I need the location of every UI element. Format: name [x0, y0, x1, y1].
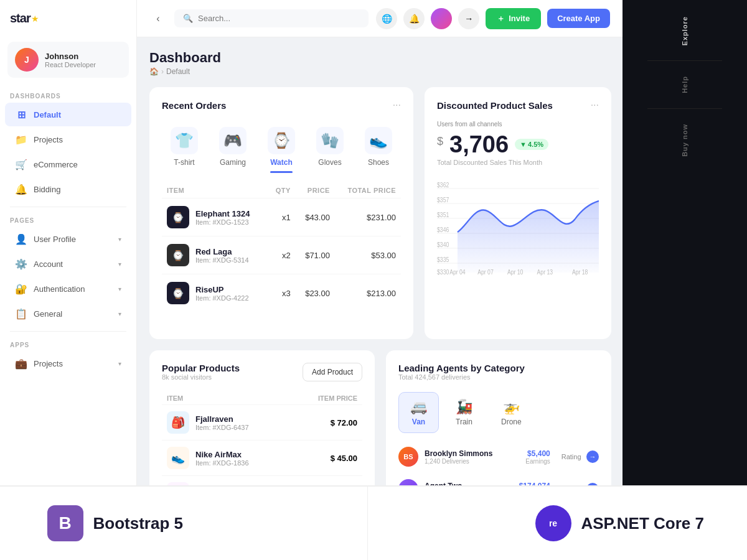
- recent-orders-menu-icon[interactable]: ···: [393, 100, 401, 111]
- user-info: Johnson React Developer: [45, 52, 96, 68]
- svg-text:Apr 13: Apr 13: [537, 269, 553, 276]
- add-product-button[interactable]: Add Product: [303, 363, 362, 381]
- sidebar-item-ecommerce[interactable]: 🛒 eCommerce: [5, 152, 131, 176]
- tab-watch[interactable]: ⌚ Watch: [259, 121, 304, 173]
- svg-text:Apr 04: Apr 04: [449, 269, 465, 276]
- bell-icon: 🔔: [15, 183, 27, 195]
- sidebar: star★ J Johnson React Developer DASHBOAR…: [0, 0, 137, 560]
- pages-section-label: PAGES: [0, 212, 136, 226]
- settings-icon: ⚙️: [15, 258, 27, 270]
- logo-text: star: [10, 11, 31, 26]
- promo-overlay: B Bootstrap 5 re ASP.NET Core 7: [0, 485, 747, 560]
- sales-menu-icon[interactable]: ···: [591, 100, 599, 111]
- watch-icon: ⌚: [268, 127, 295, 154]
- avatar: J: [15, 48, 39, 72]
- panel-nav-buy[interactable]: Buy now: [676, 114, 693, 167]
- col-total: TOTAL PRICE: [335, 183, 401, 198]
- tab-gloves[interactable]: 🧤 Gloves: [308, 121, 352, 173]
- tab-drone[interactable]: 🚁 Drone: [489, 392, 533, 433]
- item-cell-2: ⌚ Red Laga Item: #XDG-5314: [167, 244, 262, 266]
- bootstrap-icon: B: [47, 505, 83, 541]
- item-price-1: $43.00: [296, 198, 335, 236]
- sidebar-item-label-general: General: [34, 309, 112, 319]
- van-label: Van: [412, 418, 425, 426]
- svg-text:$346: $346: [437, 226, 449, 233]
- pop-item-img-2: 👟: [167, 447, 189, 469]
- globe-icon-button[interactable]: 🌐: [376, 8, 397, 29]
- sales-badge: ▼ 4.5%: [515, 139, 548, 150]
- sidebar-item-label-user-profile: User Profile: [34, 235, 112, 244]
- sidebar-item-account[interactable]: ⚙️ Account ▾: [5, 252, 131, 276]
- sidebar-item-label-apps-projects: Projects: [34, 359, 112, 368]
- col-qty: QTY: [267, 183, 295, 198]
- list-icon: 📋: [15, 307, 27, 320]
- folder-icon: 📁: [15, 133, 27, 146]
- item-qty-2: x2: [267, 236, 295, 274]
- item-total-1: $231.00: [335, 198, 401, 236]
- agent-deliveries-1: 1,240 Deliveries: [425, 458, 519, 465]
- search-bar[interactable]: 🔍: [174, 9, 369, 27]
- recent-orders-title: Recent Orders: [162, 100, 226, 111]
- sidebar-item-authentication[interactable]: 🔐 Authentication ▾: [5, 277, 131, 301]
- agents-title-group: Leading Agents by Category Total 424,567…: [398, 363, 525, 390]
- sidebar-item-bidding[interactable]: 🔔 Bidding: [5, 177, 131, 201]
- briefcase-icon: 💼: [15, 357, 27, 370]
- pop-item-price-1: $ 72.00: [296, 405, 362, 441]
- sales-card-header: Discounted Product Sales ···: [437, 100, 599, 111]
- sidebar-item-user-profile[interactable]: 👤 User Profile ▾: [5, 227, 131, 251]
- orders-table: ITEM QTY PRICE TOTAL PRICE ⌚: [162, 183, 401, 312]
- tab-shoes[interactable]: 👟 Shoes: [356, 121, 401, 173]
- sidebar-item-apps-projects[interactable]: 💼 Projects ▾: [5, 352, 131, 375]
- user-role: React Developer: [45, 61, 96, 68]
- sidebar-user-card[interactable]: J Johnson React Developer: [7, 42, 129, 78]
- lock-icon: 🔐: [15, 282, 27, 295]
- pop-item-name-2: Nike AirMax: [195, 450, 249, 459]
- pop-item-name-1: Fjallraven: [195, 414, 249, 424]
- sidebar-item-projects[interactable]: 📁 Projects: [5, 128, 131, 151]
- chevron-down-icon-3: ▾: [118, 286, 121, 292]
- apps-section-label: APPS: [0, 337, 136, 351]
- tab-van[interactable]: 🚐 Van: [398, 392, 439, 433]
- discounted-sales-card: Discounted Product Sales ··· Users from …: [425, 87, 611, 339]
- agents-header: Leading Agents by Category Total 424,567…: [398, 363, 599, 390]
- content-area: Dashboard 🏠 › Default Recent Orders ···: [137, 37, 622, 560]
- sidebar-item-default[interactable]: ⊞ Default: [5, 103, 131, 126]
- invite-button[interactable]: ＋ Invite: [486, 8, 541, 29]
- chevron-down-icon-2: ▾: [118, 261, 121, 268]
- topbar-avatar[interactable]: [431, 8, 452, 29]
- panel-divider-1: [647, 60, 722, 61]
- sidebar-item-general[interactable]: 📋 General ▾: [5, 302, 131, 325]
- arrow-right-icon-button[interactable]: →: [458, 8, 479, 29]
- pop-item-id-1: Item: #XDG-6437: [195, 424, 249, 431]
- svg-text:Apr 07: Apr 07: [477, 269, 493, 276]
- svg-text:Apr 18: Apr 18: [572, 269, 588, 276]
- promo-bootstrap: B Bootstrap 5: [0, 487, 367, 560]
- sidebar-item-label-ecommerce: eCommerce: [34, 160, 121, 169]
- tshirt-icon: 👕: [171, 127, 198, 154]
- pop-col-item: ITEM: [162, 392, 296, 405]
- panel-nav-help[interactable]: Help: [676, 66, 693, 103]
- rating-arrow-1[interactable]: →: [586, 450, 599, 463]
- tab-tshirt[interactable]: 👕 T-shirt: [162, 121, 207, 173]
- collapse-sidebar-button[interactable]: ‹: [149, 10, 167, 27]
- notification-icon-button[interactable]: 🔔: [403, 8, 425, 29]
- panel-nav-explore[interactable]: Explore: [676, 6, 693, 55]
- item-price-3: $23.00: [296, 274, 335, 312]
- cart-icon: 🛒: [15, 158, 27, 170]
- sales-subtitle: Users from all channels: [437, 121, 599, 128]
- tab-train[interactable]: 🚂 Train: [444, 392, 484, 433]
- sales-amount-row: $ 3,706 ▼ 4.5%: [437, 133, 599, 156]
- agent-category-tabs: 🚐 Van 🚂 Train 🚁 Drone: [398, 392, 599, 433]
- item-id-2: Item: #XDG-5314: [195, 256, 249, 264]
- create-app-button[interactable]: Create App: [547, 9, 610, 28]
- chevron-down-icon-5: ▾: [118, 360, 121, 367]
- pop-item-price-2: $ 45.00: [296, 441, 362, 476]
- popular-products-header: Popular Products 8k social visitors Add …: [162, 363, 362, 390]
- col-item: ITEM: [162, 183, 267, 198]
- table-row: 🎒 Fjallraven Item: #XDG-6437 $ 72.00: [162, 405, 362, 441]
- tab-gaming[interactable]: 🎮 Gaming: [210, 121, 255, 173]
- aspnet-icon: re: [535, 505, 571, 541]
- agent-avatar-1: BS: [398, 447, 418, 467]
- search-input[interactable]: [198, 14, 360, 23]
- gaming-icon: 🎮: [219, 127, 247, 154]
